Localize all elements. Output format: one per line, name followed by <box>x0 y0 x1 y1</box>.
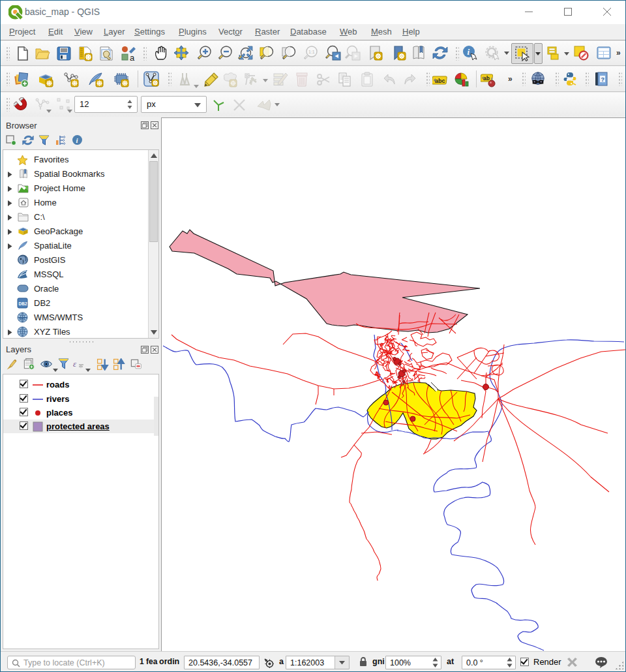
svg-text:DB2: DB2 <box>19 301 27 306</box>
svg-text:?: ? <box>601 76 605 83</box>
svg-text:ab: ab <box>483 75 490 82</box>
svg-text:1:1: 1:1 <box>308 50 315 54</box>
svg-text:abc: abc <box>435 78 445 84</box>
svg-text:a: a <box>130 53 135 61</box>
svg-text:i: i <box>468 47 470 57</box>
svg-text:ε: ε <box>73 359 77 369</box>
